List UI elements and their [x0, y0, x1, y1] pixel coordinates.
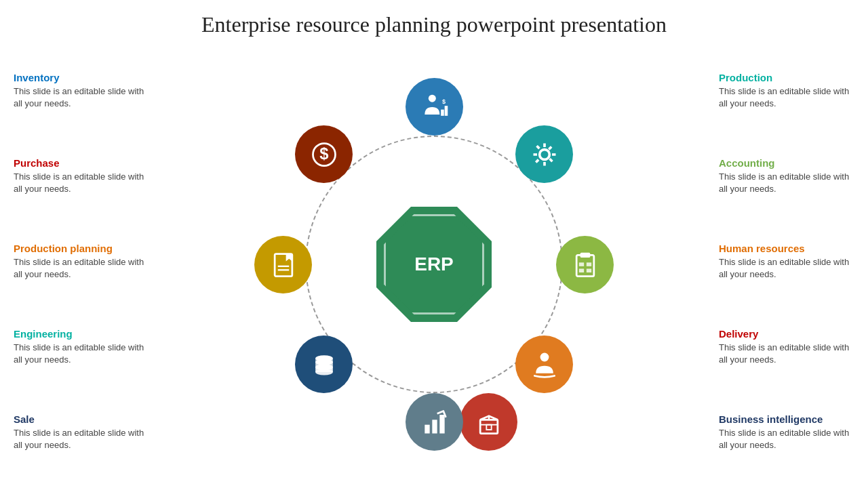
engineering-text: This slide is an editable slide with all… [14, 342, 149, 366]
svg-rect-14 [486, 424, 491, 429]
bar-chart-icon [420, 407, 450, 437]
production-planning-text: This slide is an editable slide with all… [14, 256, 149, 281]
erp-octagon: ERP [376, 207, 492, 322]
satellite-right [556, 236, 614, 293]
satellite-dollar: $ [295, 125, 353, 183]
info-block-purchase: Purchase This slide is an editable slide… [14, 157, 149, 195]
info-block-sale: Sale This slide is an editable slide wit… [14, 413, 149, 451]
satellite-coins [295, 336, 353, 393]
erp-center: ERP [376, 207, 492, 322]
person-hand-icon [530, 350, 559, 380]
svg-rect-1 [441, 109, 444, 115]
production-planning-title: Production planning [14, 243, 149, 254]
inventory-title: Inventory [14, 72, 149, 83]
engineering-title: Engineering [14, 328, 149, 340]
svg-rect-17 [439, 415, 444, 434]
info-block-business-intelligence: Business intelligence This slide is an e… [719, 413, 854, 451]
accounting-text: This slide is an editable slide with all… [719, 171, 854, 195]
human-resources-text: This slide is an editable slide with all… [719, 256, 854, 281]
production-text: This slide is an editable slide with all… [719, 85, 854, 110]
info-block-inventory: Inventory This slide is an editable slid… [14, 72, 149, 110]
svg-rect-7 [586, 262, 591, 266]
satellite-top: $ [406, 78, 463, 136]
business-intelligence-title: Business intelligence [719, 413, 854, 425]
human-resources-title: Human resources [719, 243, 854, 254]
svg-rect-9 [586, 268, 591, 272]
coins-icon [309, 350, 339, 380]
main-content: Inventory This slide is an editable slid… [0, 44, 868, 485]
info-block-accounting: Accounting This slide is an editable sli… [719, 157, 854, 195]
right-panel: Production This slide is an editable sli… [705, 44, 868, 485]
info-block-production-planning: Production planning This slide is an edi… [14, 243, 149, 281]
report-icon [570, 250, 600, 280]
purchase-title: Purchase [14, 157, 149, 169]
erp-label: ERP [414, 253, 454, 275]
svg-point-24 [315, 355, 333, 361]
svg-rect-11 [480, 420, 498, 433]
info-block-human-resources: Human resources This slide is an editabl… [719, 243, 854, 281]
box-icon [474, 407, 504, 437]
satellite-hr [515, 336, 573, 393]
info-block-delivery: Delivery This slide is an editable slide… [719, 328, 854, 366]
person-chart-icon: $ [420, 92, 450, 122]
center-diagram: ERP $ [163, 44, 705, 485]
svg-rect-8 [578, 268, 583, 272]
svg-rect-6 [578, 262, 583, 266]
svg-point-10 [540, 352, 549, 361]
page-title: Enterprise resource planning powerpoint … [0, 0, 868, 44]
svg-text:$: $ [319, 144, 328, 163]
svg-point-0 [428, 94, 435, 102]
info-block-production: Production This slide is an editable sli… [719, 72, 854, 110]
svg-rect-2 [444, 106, 448, 116]
business-intelligence-text: This slide is an editable slide with all… [719, 427, 854, 451]
left-panel: Inventory This slide is an editable slid… [0, 44, 163, 485]
production-title: Production [719, 72, 854, 83]
diagram-container: ERP $ [251, 68, 617, 461]
accounting-title: Accounting [719, 157, 854, 169]
svg-rect-16 [432, 420, 437, 433]
satellite-document [254, 236, 312, 293]
delivery-text: This slide is an editable slide with all… [719, 342, 854, 366]
inventory-text: This slide is an editable slide with all… [14, 85, 149, 110]
document-icon [269, 250, 298, 280]
sale-text: This slide is an editable slide with all… [14, 427, 149, 451]
info-block-engineering: Engineering This slide is an editable sl… [14, 328, 149, 366]
svg-rect-15 [425, 424, 429, 433]
sale-title: Sale [14, 413, 149, 425]
satellite-delivery [460, 393, 517, 451]
satellite-chart [406, 393, 463, 451]
satellite-top-right [515, 125, 573, 183]
gear-icon [530, 140, 559, 169]
purchase-text: This slide is an editable slide with all… [14, 171, 149, 195]
svg-rect-5 [580, 252, 590, 257]
delivery-title: Delivery [719, 328, 854, 340]
dollar-icon: $ [309, 140, 339, 169]
svg-text:$: $ [442, 98, 446, 104]
